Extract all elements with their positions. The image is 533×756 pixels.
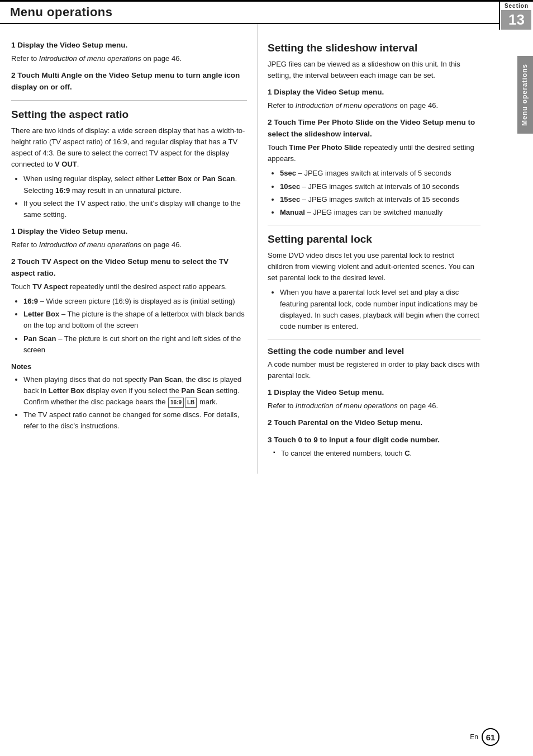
- left-column: 1 Display the Video Setup menu. Refer to…: [0, 24, 257, 474]
- aspect-ratio-bullets: When using regular display, select eithe…: [23, 173, 247, 220]
- aspect-step2-body: Touch TV Aspect repeatedly until the des…: [11, 281, 247, 292]
- list-item: 5sec – JPEG images switch at intervals o…: [280, 168, 480, 179]
- divider-1: [11, 100, 247, 101]
- code-intro: A code number must be registered in orde…: [268, 359, 480, 381]
- code-step2-heading: 2 Touch Parental on the Video Setup menu…: [268, 417, 480, 429]
- aspect-step1-heading: 1 Display the Video Setup menu.: [11, 226, 247, 238]
- parental-intro: Some DVD video discs let you use parenta…: [268, 250, 480, 284]
- divider-3: [268, 339, 480, 339]
- code-step3-heading: 3 Touch 0 to 9 to input a four digit cod…: [268, 434, 480, 446]
- list-item: The TV aspect ratio cannot be changed fo…: [23, 409, 247, 432]
- aspect-step2-heading: 2 Touch TV Aspect on the Video Setup men…: [11, 256, 247, 280]
- header-bar: Menu operations Section 13: [0, 0, 533, 24]
- badge-169: 16:9: [168, 398, 184, 408]
- aspect-step1-body: Refer to Introduction of menu operations…: [11, 239, 247, 251]
- list-item: When you have a parental lock level set …: [280, 287, 480, 332]
- slideshow-heading: Setting the slideshow interval: [268, 42, 480, 54]
- slide-bullets: 5sec – JPEG images switch at intervals o…: [280, 168, 480, 218]
- aspect-bullets: 16:9 – Wide screen picture (16:9) is dis…: [23, 296, 247, 356]
- right-column: Setting the slideshow interval JPEG file…: [257, 24, 514, 474]
- list-item: 10sec – JPEG images switch at intervals …: [280, 181, 480, 192]
- section-number: 13: [501, 10, 531, 30]
- aspect-ratio-intro: There are two kinds of display: a wide s…: [11, 125, 247, 171]
- list-item: Letter Box – The picture is the shape of…: [23, 309, 247, 331]
- page-num-bar: En 61: [470, 728, 499, 746]
- code-step1-heading: 1 Display the Video Setup menu.: [268, 387, 480, 399]
- list-item: Manual – JPEG images can be switched man…: [280, 207, 480, 218]
- page-lang: En: [470, 733, 478, 741]
- list-item: 15sec – JPEG images switch at intervals …: [280, 194, 480, 205]
- notes-list: When playing discs that do not specify P…: [23, 374, 247, 432]
- divider-2: [268, 225, 480, 225]
- aspect-ratio-heading: Setting the aspect ratio: [11, 108, 247, 121]
- step1-body: Refer to Introduction of menu operations…: [11, 53, 247, 64]
- slideshow-intro: JPEG files can be viewed as a slideshow …: [268, 59, 480, 81]
- slide-step1-body: Refer to Introduction of menu operations…: [268, 100, 480, 111]
- step1-heading: 1 Display the Video Setup menu.: [11, 40, 247, 51]
- section-label: Section: [500, 2, 533, 9]
- slide-step2-body: Touch Time Per Photo Slide repeatedly un…: [268, 142, 480, 164]
- page-number: 61: [482, 728, 499, 746]
- slide-step2-heading: 2 Touch Time Per Photo Slide on the Vide…: [268, 117, 480, 140]
- list-item: 16:9 – Wide screen picture (16:9) is dis…: [23, 296, 247, 307]
- code-step3-list: To cancel the entered numbers, touch C.: [273, 448, 480, 459]
- main-content: 1 Display the Video Setup menu. Refer to…: [0, 24, 533, 474]
- list-item: When using regular display, select eithe…: [23, 173, 247, 196]
- badge-lb: LB: [185, 398, 197, 408]
- parental-heading: Setting parental lock: [268, 233, 480, 245]
- list-item: To cancel the entered numbers, touch C.: [273, 448, 480, 459]
- step2-heading: 2 Touch Multi Angle on the Video Setup m…: [11, 70, 247, 93]
- list-item: Pan Scan – The picture is cut short on t…: [23, 333, 247, 356]
- side-tab: Menu operations: [517, 56, 533, 134]
- code-heading: Setting the code number and level: [268, 346, 480, 356]
- code-step1-body: Refer to Introduction of menu operations…: [268, 400, 480, 412]
- parental-bullets: When you have a parental lock level set …: [280, 287, 480, 332]
- list-item: When playing discs that do not specify P…: [23, 374, 247, 408]
- section-badge: Section 13: [499, 2, 533, 30]
- list-item: If you select the TV aspect ratio, the u…: [23, 198, 247, 220]
- notes-heading: Notes: [11, 361, 247, 372]
- slide-step1-heading: 1 Display the Video Setup menu.: [268, 87, 480, 98]
- page-title: Menu operations: [10, 5, 113, 20]
